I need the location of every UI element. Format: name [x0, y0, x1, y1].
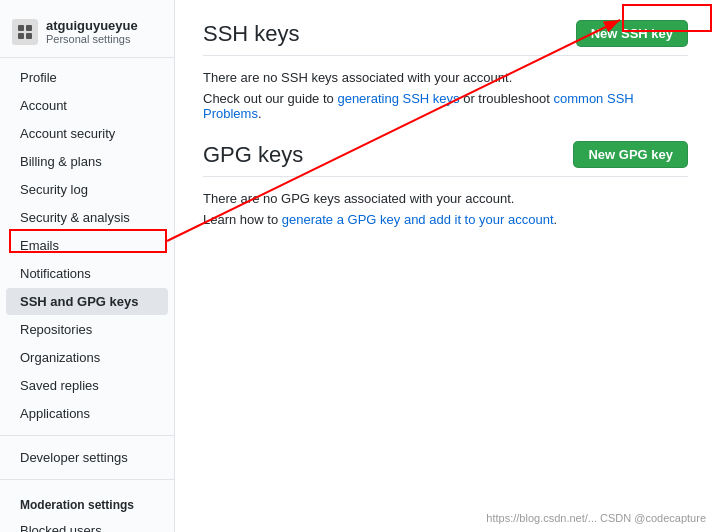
gpg-learn-prefix: Learn how to — [203, 212, 282, 227]
sidebar-moderation-label: Moderation settings — [6, 488, 168, 516]
sidebar-item-developer[interactable]: Developer settings — [6, 444, 168, 471]
ssh-guide-prefix: Check out our guide to — [203, 91, 337, 106]
gpg-body-text: There are no GPG keys associated with yo… — [203, 191, 688, 206]
gpg-title: GPG keys — [203, 142, 303, 168]
sidebar-item-billing[interactable]: Billing & plans — [6, 148, 168, 175]
main-content: SSH keys New SSH key There are no SSH ke… — [175, 0, 716, 532]
ssh-or-text: or troubleshoot — [460, 91, 554, 106]
sidebar: atguiguyueyue Personal settings Profile … — [0, 0, 175, 532]
ssh-body-text: There are no SSH keys associated with yo… — [203, 70, 688, 85]
sidebar-divider-2 — [0, 479, 174, 480]
gpg-section-header: GPG keys New GPG key — [203, 141, 688, 177]
sidebar-item-security-analysis[interactable]: Security & analysis — [6, 204, 168, 231]
sidebar-item-ssh-gpg[interactable]: SSH and GPG keys — [6, 288, 168, 315]
gpg-sub-text: Learn how to generate a GPG key and add … — [203, 212, 688, 227]
watermark: https://blog.csdn.net/... CSDN @codecapt… — [486, 512, 706, 524]
ssh-section-header: SSH keys New SSH key — [203, 20, 688, 56]
sidebar-item-account[interactable]: Account — [6, 92, 168, 119]
sidebar-item-repositories[interactable]: Repositories — [6, 316, 168, 343]
sidebar-item-applications[interactable]: Applications — [6, 400, 168, 427]
ssh-generating-link[interactable]: generating SSH keys — [337, 91, 459, 106]
svg-rect-1 — [26, 25, 32, 31]
gpg-generate-link[interactable]: generate a GPG key and add it to your ac… — [282, 212, 554, 227]
sidebar-item-notifications[interactable]: Notifications — [6, 260, 168, 287]
sidebar-item-account-security[interactable]: Account security — [6, 120, 168, 147]
sidebar-item-security-log[interactable]: Security log — [6, 176, 168, 203]
svg-rect-2 — [18, 33, 24, 39]
svg-rect-0 — [18, 25, 24, 31]
user-avatar-icon — [12, 19, 38, 45]
ssh-sub-text: Check out our guide to generating SSH ke… — [203, 91, 688, 121]
sidebar-item-profile[interactable]: Profile — [6, 64, 168, 91]
sidebar-item-emails[interactable]: Emails — [6, 232, 168, 259]
sidebar-user-info: atguiguyueyue Personal settings — [46, 18, 138, 45]
sidebar-divider-1 — [0, 435, 174, 436]
new-ssh-key-button[interactable]: New SSH key — [576, 20, 688, 47]
sidebar-header: atguiguyueyue Personal settings — [0, 10, 174, 58]
sidebar-item-saved-replies[interactable]: Saved replies — [6, 372, 168, 399]
gpg-end-text: . — [554, 212, 558, 227]
sidebar-subtitle: Personal settings — [46, 33, 138, 45]
sidebar-item-organizations[interactable]: Organizations — [6, 344, 168, 371]
svg-rect-3 — [26, 33, 32, 39]
sidebar-item-blocked-users[interactable]: Blocked users — [6, 517, 168, 532]
ssh-end-text: . — [258, 106, 262, 121]
sidebar-username: atguiguyueyue — [46, 18, 138, 33]
new-gpg-key-button[interactable]: New GPG key — [573, 141, 688, 168]
gpg-section: GPG keys New GPG key There are no GPG ke… — [203, 141, 688, 227]
ssh-title: SSH keys — [203, 21, 300, 47]
